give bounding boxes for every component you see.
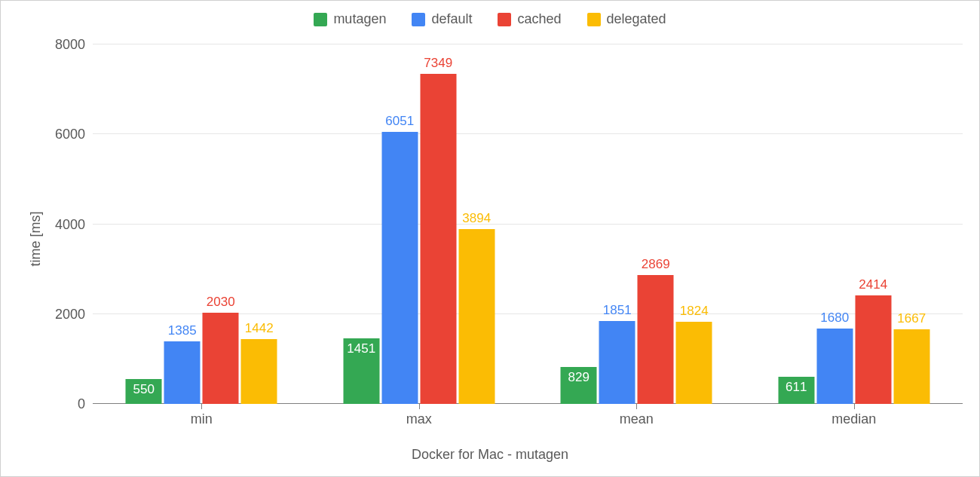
legend-swatch [587, 13, 601, 26]
x-tick-mark [201, 404, 202, 409]
bar-value-label: 1851 [603, 303, 632, 318]
x-tick-mark [636, 404, 637, 409]
x-axis-label: Docker for Mac - mutagen [1, 447, 979, 463]
bar-cached: 2414 [855, 295, 891, 404]
bar-rect [893, 329, 929, 404]
bar-delegated: 1442 [241, 339, 277, 404]
bar-mutagen: 829 [561, 367, 597, 404]
legend-item-default: default [412, 11, 472, 27]
group-mean: 829185128691824mean [528, 44, 746, 404]
bar-delegated: 1824 [676, 322, 712, 404]
bar-value-label: 1824 [680, 304, 709, 319]
y-tick-label: 8000 [40, 37, 93, 53]
bar-value-label: 2414 [859, 277, 887, 292]
y-tick-label: 6000 [40, 127, 93, 142]
group-median: 611168024141667median [746, 44, 963, 404]
legend-label: default [431, 11, 472, 27]
bar-value-label: 1451 [347, 341, 375, 356]
bar-default: 1680 [816, 329, 853, 404]
bar-mutagen: 611 [778, 377, 814, 404]
bar-groups: 550138520301442min1451605173493894max829… [93, 44, 963, 404]
legend-item-mutagen: mutagen [314, 11, 386, 27]
legend-item-cached: cached [498, 11, 561, 27]
bar-value-label: 7349 [424, 56, 452, 71]
x-tick-mark [419, 404, 420, 409]
bar-value-label: 1667 [897, 311, 926, 326]
legend-swatch [412, 13, 425, 26]
bar-default: 1851 [599, 321, 635, 404]
bar-rect [676, 322, 712, 404]
y-tick-label: 0 [40, 396, 93, 412]
bar-mutagen: 1451 [343, 338, 379, 404]
bar-rect [458, 229, 495, 404]
bar-rect [420, 74, 456, 404]
bar-value-label: 1385 [168, 323, 197, 338]
legend-swatch [314, 13, 327, 26]
bar-value-label: 1680 [820, 310, 849, 326]
bar-value-label: 550 [133, 382, 155, 397]
bar-value-label: 3894 [462, 211, 491, 226]
bar-rect [855, 295, 891, 404]
bar-value-label: 2030 [207, 295, 235, 310]
bar-rect [203, 313, 239, 404]
group-min: 550138520301442min [93, 44, 311, 404]
bar-cluster: 829185128691824 [561, 275, 712, 404]
legend-label: mutagen [333, 11, 386, 27]
bar-value-label: 2869 [642, 257, 670, 272]
legend: mutagendefaultcacheddelegated [1, 11, 979, 27]
x-tick-mark [854, 404, 855, 409]
bar-delegated: 3894 [458, 229, 495, 404]
bar-cluster: 1451605173493894 [343, 74, 495, 404]
legend-label: cached [517, 11, 561, 27]
bar-cached: 7349 [420, 74, 456, 404]
bar-default: 1385 [164, 341, 201, 404]
x-tick-label: min [93, 404, 311, 427]
bar-value-label: 829 [568, 370, 590, 385]
bar-rect [241, 339, 277, 404]
y-tick-label: 4000 [40, 216, 93, 232]
bar-cluster: 611168024141667 [778, 295, 929, 404]
x-tick-label: max [311, 404, 528, 427]
bar-rect [599, 321, 635, 404]
bar-cached: 2030 [203, 313, 239, 404]
plot-area: 02000400060008000 550138520301442min1451… [93, 44, 963, 404]
bar-value-label: 611 [786, 380, 807, 395]
bar-default: 6051 [381, 132, 418, 404]
bar-rect [816, 329, 853, 404]
bar-mutagen: 550 [126, 379, 162, 404]
group-max: 1451605173493894max [311, 44, 528, 404]
bar-rect [638, 275, 674, 404]
legend-swatch [498, 13, 511, 26]
bar-value-label: 1442 [245, 321, 274, 336]
chart-frame: mutagendefaultcacheddelegated time [ms] … [0, 0, 980, 477]
x-tick-label: mean [528, 404, 746, 427]
bar-rect [381, 132, 418, 404]
x-tick-label: median [746, 404, 963, 427]
legend-label: delegated [607, 11, 666, 27]
bar-cluster: 550138520301442 [126, 313, 277, 404]
legend-item-delegated: delegated [587, 11, 666, 27]
bar-value-label: 6051 [385, 114, 414, 129]
y-tick-label: 2000 [40, 306, 93, 322]
bar-delegated: 1667 [893, 329, 929, 404]
bar-rect [164, 341, 201, 404]
bar-cached: 2869 [638, 275, 674, 404]
